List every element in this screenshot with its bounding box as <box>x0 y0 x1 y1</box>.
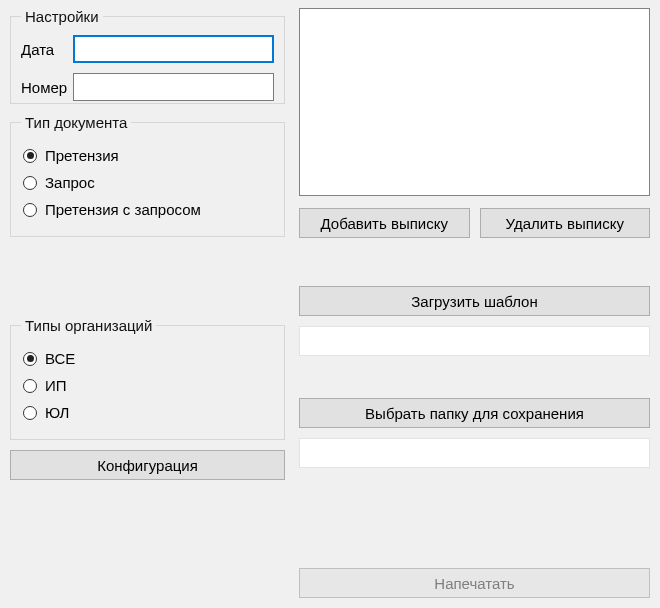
radio-icon <box>23 379 37 393</box>
choose-folder-button[interactable]: Выбрать папку для сохранения <box>299 398 650 428</box>
doc-type-option-zapros[interactable]: Запрос <box>23 174 274 191</box>
doc-type-option-pretenziya-zapros[interactable]: Претензия с запросом <box>23 201 274 218</box>
button-label: Добавить выписку <box>321 215 448 232</box>
save-folder-path-field <box>299 438 650 468</box>
radio-icon <box>23 203 37 217</box>
statement-buttons-row: Добавить выписку Удалить выписку <box>299 208 650 238</box>
number-input[interactable] <box>73 73 274 101</box>
button-label: Напечатать <box>434 575 514 592</box>
spacer <box>299 356 650 398</box>
number-row: Номер <box>21 73 274 101</box>
org-type-option-all[interactable]: ВСЕ <box>23 350 274 367</box>
button-label: Выбрать папку для сохранения <box>365 405 584 422</box>
print-button[interactable]: Напечатать <box>299 568 650 598</box>
template-path-field <box>299 326 650 356</box>
org-type-option-yul[interactable]: ЮЛ <box>23 404 274 421</box>
radio-label: ИП <box>45 377 67 394</box>
left-column: Настройки Дата Номер Тип документа Прете… <box>10 8 285 598</box>
button-label: Удалить выписку <box>506 215 624 232</box>
radio-icon <box>23 176 37 190</box>
add-statement-button[interactable]: Добавить выписку <box>299 208 470 238</box>
spacer <box>299 238 650 286</box>
radio-icon <box>23 406 37 420</box>
delete-statement-button[interactable]: Удалить выписку <box>480 208 651 238</box>
left-spacer <box>10 247 285 317</box>
settings-group: Настройки Дата Номер <box>10 8 285 104</box>
radio-label: ВСЕ <box>45 350 75 367</box>
org-type-group: Типы организаций ВСЕ ИП ЮЛ <box>10 317 285 440</box>
doc-type-option-pretenziya[interactable]: Претензия <box>23 147 274 164</box>
date-input[interactable] <box>73 35 274 63</box>
number-label: Номер <box>21 79 73 96</box>
date-label: Дата <box>21 41 73 58</box>
settings-legend: Настройки <box>21 8 103 25</box>
doc-type-group: Тип документа Претензия Запрос Претензия… <box>10 114 285 237</box>
doc-type-legend: Тип документа <box>21 114 131 131</box>
statements-listbox[interactable] <box>299 8 650 196</box>
radio-icon <box>23 352 37 366</box>
button-label: Загрузить шаблон <box>411 293 538 310</box>
radio-label: Претензия с запросом <box>45 201 201 218</box>
spacer <box>299 468 650 568</box>
radio-label: Запрос <box>45 174 95 191</box>
configuration-button[interactable]: Конфигурация <box>10 450 285 480</box>
org-type-option-ip[interactable]: ИП <box>23 377 274 394</box>
app-root: Настройки Дата Номер Тип документа Прете… <box>0 0 660 608</box>
button-label: Конфигурация <box>97 457 198 474</box>
right-column: Добавить выписку Удалить выписку Загрузи… <box>299 8 650 598</box>
left-inner: Настройки Дата Номер Тип документа Прете… <box>10 8 285 598</box>
org-type-legend: Типы организаций <box>21 317 156 334</box>
radio-label: ЮЛ <box>45 404 69 421</box>
date-row: Дата <box>21 35 274 63</box>
radio-icon <box>23 149 37 163</box>
radio-label: Претензия <box>45 147 119 164</box>
load-template-button[interactable]: Загрузить шаблон <box>299 286 650 316</box>
